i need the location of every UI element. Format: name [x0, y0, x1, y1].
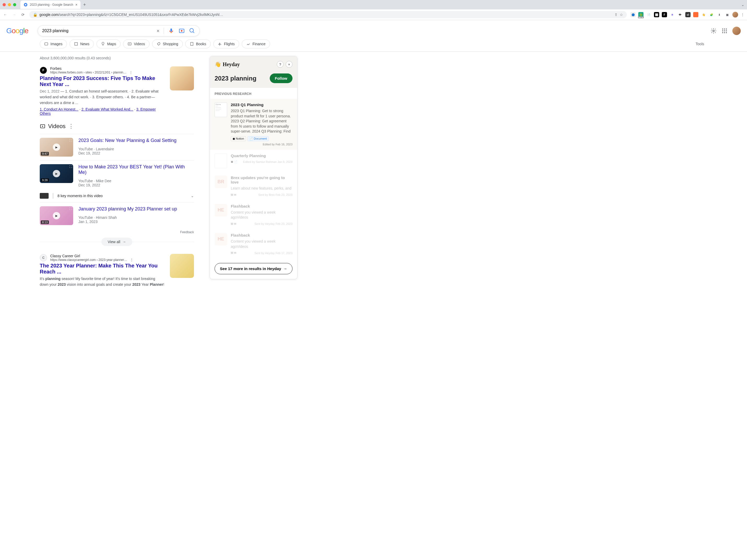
chip-news[interactable]: News	[70, 40, 94, 48]
tabs-dropdown-icon[interactable]: ⌄	[741, 3, 744, 7]
heyday-item[interactable]: BR Brex updates you're going to love Lea…	[210, 172, 297, 200]
google-logo[interactable]: Google	[6, 27, 28, 35]
tools-link[interactable]: Tools	[696, 42, 704, 46]
extension-icon[interactable]: 🟢BETA	[638, 12, 644, 17]
tab-close-icon[interactable]: ×	[75, 3, 77, 7]
reload-button[interactable]: ⟳	[20, 12, 26, 17]
item-title: Brex updates you're going to love	[231, 175, 292, 184]
chevron-down-icon[interactable]: ⌄	[191, 194, 194, 198]
window-maximize[interactable]	[13, 3, 16, 6]
chip-maps[interactable]: Maps	[97, 40, 121, 48]
expand-icon[interactable]: ⛶	[70, 165, 72, 168]
avatar-thumb: HE	[214, 233, 227, 246]
lock-icon: 🔒	[33, 12, 37, 17]
result-title[interactable]: The 2023 Year Planner: Make This The Yea…	[40, 263, 165, 275]
image-search-icon[interactable]	[179, 28, 185, 34]
search-input[interactable]	[42, 28, 156, 33]
chip-finance[interactable]: Finance	[242, 40, 270, 48]
profile-avatar[interactable]	[732, 12, 738, 18]
key-moments[interactable]: 8 key moments in this video ⌄	[40, 191, 194, 203]
extension-icon[interactable]: 👁	[677, 12, 683, 17]
site-favicon: F	[40, 67, 47, 74]
chip-shopping[interactable]: Shopping	[152, 40, 183, 48]
extension-icon[interactable]	[693, 12, 698, 17]
sitelink[interactable]: 2. Evaluate What Worked And...	[81, 107, 133, 111]
video-title[interactable]: 2023 Goals: New Year Planning & Goal Set…	[78, 138, 176, 143]
key-moment-thumb	[40, 193, 49, 199]
video-title[interactable]: January 2023 planning My 2023 Planner se…	[78, 206, 177, 212]
site-favicon: C	[40, 254, 47, 261]
video-source: YouTube · Lavendaire	[78, 147, 176, 151]
video-thumbnail[interactable]: ⛶ 9:28	[40, 164, 73, 183]
back-button[interactable]: ←	[3, 12, 8, 17]
result-snippet: Dec 1, 2022 — 1. Conduct an honest self-…	[40, 88, 165, 106]
downloads-icon[interactable]: ⬇	[717, 12, 722, 17]
extension-icon[interactable]: ⬜	[654, 12, 659, 17]
new-tab-button[interactable]: +	[83, 2, 86, 7]
chip-images[interactable]: Images	[40, 40, 67, 48]
chip-books[interactable]: Books	[185, 40, 211, 48]
result-stats: About 3,600,000,000 results (0.43 second…	[40, 56, 194, 60]
heyday-extension-icon[interactable]: 👋	[701, 12, 706, 17]
item-meta: Edited by Samiur Rahman Jan 9, 2023	[243, 160, 292, 163]
voice-search-icon[interactable]	[168, 28, 174, 34]
result-thumbnail[interactable]	[170, 67, 194, 91]
notion-tag: ◼Notion	[231, 136, 246, 141]
item-meta: Sent by Brex Feb 23, 2023	[258, 193, 292, 196]
section-label: PREVIOUS RESEARCH	[214, 92, 292, 96]
result-title[interactable]: Planning For 2023 Success: Five Tips To …	[40, 75, 165, 87]
video-thumbnail[interactable]: ⛶ 8:13	[40, 206, 73, 225]
video-thumbnail[interactable]: ⛶ 9:47	[40, 138, 73, 157]
search-bar[interactable]: ×	[37, 25, 200, 36]
expand-icon[interactable]: ⛶	[70, 207, 72, 210]
account-avatar[interactable]	[732, 27, 741, 35]
search-icon[interactable]	[189, 28, 195, 34]
close-button[interactable]: ×	[286, 61, 292, 68]
sidepanel-icon[interactable]: ▣	[724, 12, 730, 17]
heyday-item[interactable]: HE Flashback Content you viewed a week a…	[210, 200, 297, 229]
help-button[interactable]: ?	[277, 61, 284, 68]
clear-search-icon[interactable]: ×	[157, 28, 160, 34]
svg-point-15	[722, 32, 723, 33]
see-more-button[interactable]: See 17 more in results in Heyday→	[214, 263, 292, 274]
window-minimize[interactable]	[8, 3, 11, 6]
result-thumbnail[interactable]	[170, 254, 194, 278]
heyday-logo: 👋Heyday	[214, 61, 240, 68]
extension-icon[interactable]: ✳	[670, 12, 675, 17]
doc-thumbnail	[214, 153, 227, 168]
extensions-menu-icon[interactable]: 🧩	[709, 12, 714, 17]
share-icon[interactable]: ⇧	[615, 12, 618, 17]
chrome-menu-icon[interactable]: ⋮	[741, 12, 744, 17]
item-desc: 2023 Q1 Planning: Get to strong product …	[231, 108, 292, 134]
site-url: https://www.classycareergirl.com › 2023-…	[50, 258, 127, 262]
feedback-link[interactable]: Feedback	[40, 230, 194, 234]
expand-icon[interactable]: ⛶	[70, 139, 72, 142]
extension-icon[interactable]: 🔵	[630, 12, 636, 17]
video-title[interactable]: How to Make 2023 Your BEST Year Yet! (Pl…	[78, 164, 194, 175]
address-bar[interactable]: 🔒 google.com/search?q=2023+planning&rlz=…	[29, 11, 627, 18]
result-menu-icon[interactable]: ⋮	[129, 71, 132, 74]
svg-point-16	[724, 32, 725, 33]
window-close[interactable]	[3, 3, 6, 6]
result-menu-icon[interactable]: ⋮	[130, 258, 133, 262]
heyday-item[interactable]: HE Flashback Content you viewed a week a…	[210, 229, 297, 258]
apps-icon[interactable]	[721, 28, 728, 34]
heyday-item[interactable]: Planning————————————— 2023 Q1 Planning 2…	[210, 99, 297, 150]
settings-icon[interactable]	[711, 28, 717, 34]
item-meta: Edited by Feb 16, 2023	[263, 143, 292, 146]
svg-point-11	[726, 28, 727, 29]
video-date: Dec 19, 2022	[78, 151, 176, 155]
follow-button[interactable]: Follow	[270, 74, 293, 83]
chip-videos[interactable]: Videos	[123, 40, 150, 48]
browser-tab[interactable]: 2023 planning - Google Search ×	[20, 1, 80, 9]
heyday-title: 2023 planning	[214, 75, 256, 82]
extension-icon[interactable]: 📄	[646, 12, 651, 17]
chip-flights[interactable]: Flights	[213, 40, 239, 48]
extension-icon[interactable]: F	[662, 12, 667, 17]
bookmark-icon[interactable]: ☆	[620, 12, 623, 17]
heyday-item[interactable]: Quarterly Planning ◼ 📄 Edited by Samiur …	[210, 150, 297, 172]
videos-menu-icon[interactable]: ⋮	[68, 123, 74, 130]
sitelink[interactable]: 1. Conduct An Honest...	[40, 107, 78, 111]
view-all-button[interactable]: View all→	[101, 238, 132, 246]
extension-icon[interactable]: cl	[685, 12, 691, 17]
